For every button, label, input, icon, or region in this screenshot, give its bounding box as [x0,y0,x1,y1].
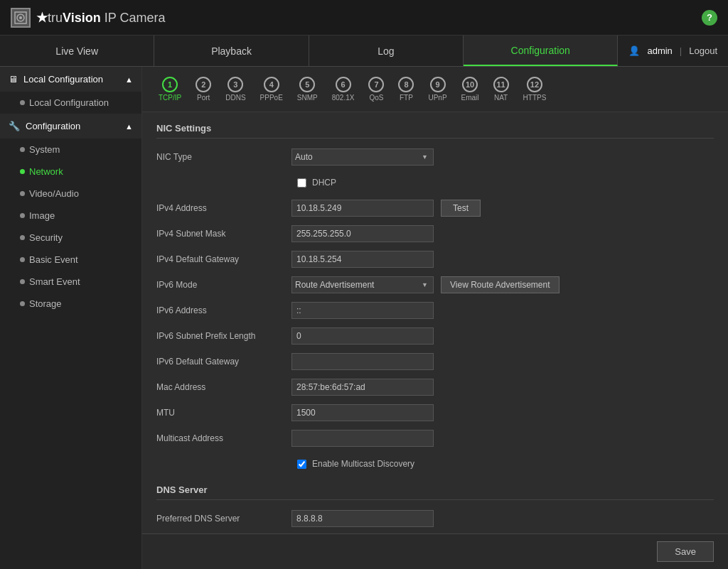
ipv4-subnet-row: IPv4 Subnet Mask [156,224,714,244]
sidebar-item-smart-event[interactable]: Smart Event [0,271,141,293]
sub-tab-upnp[interactable]: 9 UPnP [422,74,452,104]
dhcp-row: DHCP [156,173,714,193]
header-right: ? [702,10,717,26]
tab-playback[interactable]: Playback [154,36,309,66]
sub-tab-ddns[interactable]: 3 DDNS [220,74,251,104]
ipv6-gateway-input[interactable] [291,353,434,370]
enable-multicast-row: Enable Multicast Discovery [156,454,714,474]
tab-log[interactable]: Log [309,36,464,66]
layout: 🖥 Local Configuration ▲ Local Configurat… [0,67,728,569]
dot [20,147,25,152]
ipv6-prefix-input[interactable] [291,327,434,345]
nic-settings-title: NIC Settings [156,123,714,139]
sub-tab-label: 802.1X [332,94,355,102]
sub-tab-label: Port [197,94,210,102]
ipv4-subnet-input[interactable] [291,225,434,242]
dot [20,235,25,240]
logout-link[interactable]: Logout [689,45,717,56]
dhcp-label[interactable]: DHCP [312,178,336,188]
dns-server-title: DNS Server [156,484,714,500]
sub-tab-num: 2 [196,77,211,92]
multicast-label: Multicast Address [156,433,291,443]
sub-tab-num: 10 [462,77,478,92]
sidebar-item-network[interactable]: Network [0,161,141,183]
sub-tab-label: QoS [369,94,383,102]
sub-tab-https[interactable]: 12 HTTPS [518,74,552,104]
chevron-up-icon-config: ▲ [125,122,133,131]
sidebar-item-basic-event[interactable]: Basic Event [0,249,141,271]
sub-tab-num: 3 [228,77,243,92]
sub-tab-num: 11 [493,77,509,92]
nic-type-label: NIC Type [156,152,291,162]
nic-type-select[interactable]: Auto Half-duplex 10M Full-duplex 10M Hal… [291,148,434,166]
help-button[interactable]: ? [702,10,717,26]
mac-address-input[interactable] [291,379,434,396]
save-button[interactable]: Save [657,541,714,562]
username: admin [647,45,672,56]
ipv6-mode-label: IPv6 Mode [156,280,291,290]
sidebar-item-system[interactable]: System [0,139,141,161]
sub-tab-8021x[interactable]: 6 802.1X [326,74,360,104]
dot [20,213,25,218]
enable-multicast-checkbox[interactable] [297,460,306,469]
user-area: 👤 admin | Logout [618,36,728,66]
nic-type-row: NIC Type Auto Half-duplex 10M Full-duple… [156,147,714,167]
ipv6-gateway-row: IPv6 Default Gateway [156,352,714,372]
sub-tab-port[interactable]: 2 Port [190,74,217,104]
ipv4-address-input[interactable] [291,200,434,217]
dhcp-checkbox[interactable] [297,178,306,188]
sidebar-item-image[interactable]: Image [0,205,141,227]
sub-tab-ftp[interactable]: 8 FTP [392,74,419,104]
preferred-dns-label: Preferred DNS Server [156,514,291,524]
dot [20,301,25,306]
ipv6-address-input[interactable] [291,302,434,319]
sidebar-item-video-audio[interactable]: Video/Audio [0,183,141,205]
test-button[interactable]: Test [441,200,481,217]
enable-multicast-label[interactable]: Enable Multicast Discovery [312,459,414,469]
bottom-bar: Save [142,533,728,569]
tab-live-view[interactable]: Live View [0,36,154,66]
sub-tab-num: 4 [264,77,279,92]
sidebar-item-local-config[interactable]: Local Configuration [0,92,141,114]
dot [20,279,25,284]
ipv6-address-row: IPv6 Address [156,300,714,320]
local-config-section: 🖥 Local Configuration ▲ Local Configurat… [0,67,141,114]
sub-tab-email[interactable]: 10 Email [456,74,485,104]
sub-tab-label: Email [461,94,479,102]
sub-tab-label: TCP/IP [159,94,181,102]
preferred-dns-input[interactable] [291,510,434,527]
sidebar: 🖥 Local Configuration ▲ Local Configurat… [0,67,142,569]
ipv4-address-group: Test [291,200,481,217]
form-area: NIC Settings NIC Type Auto Half-duplex 1… [142,112,728,569]
dot-active [20,169,25,174]
sub-tab-pppoe[interactable]: 4 PPPoE [255,74,289,104]
sub-tab-nat[interactable]: 11 NAT [488,74,515,104]
multicast-row: Multicast Address [156,428,714,448]
ipv4-address-label: IPv4 Address [156,203,291,213]
sub-tab-num: 7 [368,77,384,92]
sub-tab-num: 8 [398,77,414,92]
sub-tab-tcpip[interactable]: 1 TCP/IP [153,74,187,104]
preferred-dns-row: Preferred DNS Server [156,509,714,529]
sub-tab-num: 1 [162,77,178,92]
ipv4-gateway-input[interactable] [291,251,434,268]
main-content: 1 TCP/IP 2 Port 3 DDNS 4 PPPoE 5 SNMP 6 … [142,67,728,569]
multicast-input[interactable] [291,430,434,447]
header: ★truVision IP Camera ? [0,0,728,36]
view-route-button[interactable]: View Route Advertisement [441,276,560,293]
mtu-input[interactable] [291,404,434,421]
sub-tab-snmp[interactable]: 5 SNMP [291,74,323,104]
sub-tab-label: HTTPS [523,94,547,102]
ipv6-mode-select[interactable]: Route Advertisement DHCP Manual [291,276,434,293]
logo: ★truVision IP Camera [11,8,165,28]
sidebar-item-security[interactable]: Security [0,227,141,249]
tab-configuration[interactable]: Configuration [464,36,618,66]
logo-icon [11,8,31,28]
ipv4-address-row: IPv4 Address Test [156,198,714,218]
sidebar-item-storage[interactable]: Storage [0,293,141,315]
sub-tab-qos[interactable]: 7 QoS [363,74,390,104]
config-header[interactable]: 🔧 Configuration ▲ [0,114,141,139]
sub-tab-label: PPPoE [260,94,283,102]
logo-text: ★truVision IP Camera [36,10,165,26]
local-config-header[interactable]: 🖥 Local Configuration ▲ [0,67,141,92]
